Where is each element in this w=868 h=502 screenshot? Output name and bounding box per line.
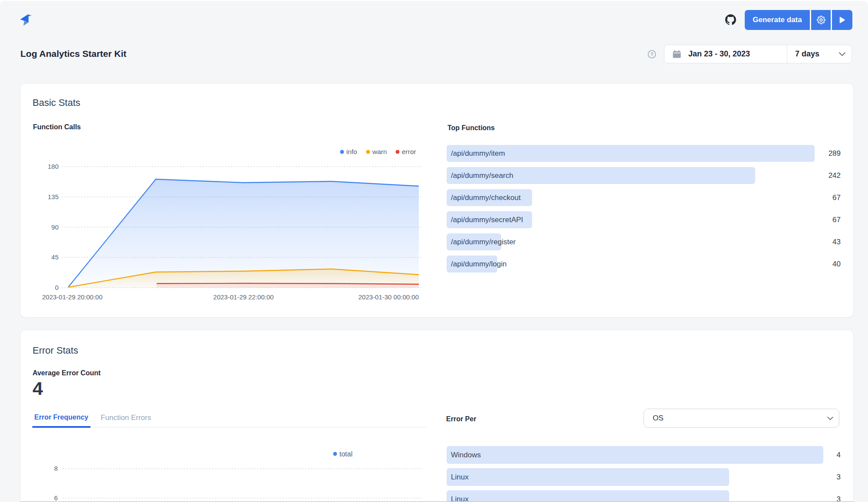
svg-text:45: 45 (51, 253, 59, 261)
svg-text:0: 0 (55, 284, 59, 291)
svg-text:info: info (346, 148, 357, 155)
svg-text:?: ? (650, 52, 653, 57)
svg-text:135: 135 (48, 193, 59, 200)
svg-text:total: total (339, 450, 352, 458)
svg-text:90: 90 (51, 223, 59, 231)
svg-text:warn: warn (372, 148, 387, 155)
svg-text:6: 6 (54, 494, 58, 502)
svg-text:2023-01-29 20:00:00: 2023-01-29 20:00:00 (42, 293, 102, 301)
svg-text:2023-01-29 22:00:00: 2023-01-29 22:00:00 (213, 293, 273, 301)
svg-text:error: error (402, 148, 416, 155)
svg-text:2023-01-30 00:00:00: 2023-01-30 00:00:00 (358, 293, 419, 301)
svg-text:180: 180 (48, 163, 59, 170)
svg-text:8: 8 (54, 465, 58, 472)
